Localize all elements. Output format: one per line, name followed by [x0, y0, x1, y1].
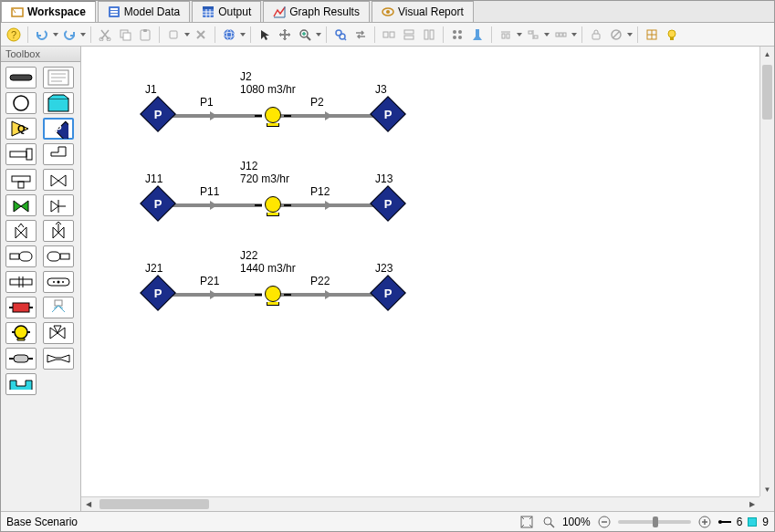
pipe[interactable] — [165, 203, 262, 207]
help-icon[interactable]: ? — [5, 26, 23, 44]
svg-rect-78 — [19, 252, 32, 261]
delete-dropdown[interactable] — [184, 26, 190, 44]
zoom-slider[interactable] — [618, 520, 691, 524]
tab-graph-results[interactable]: Graph Results — [263, 1, 370, 22]
highlight-icon[interactable] — [468, 26, 487, 44]
tool-weir[interactable] — [5, 373, 37, 395]
tool-dead-end[interactable] — [5, 143, 37, 165]
tool-orifice[interactable] — [5, 271, 37, 293]
cut-icon[interactable] — [96, 26, 114, 44]
tool-heat-exchanger[interactable] — [5, 297, 37, 318]
redo-icon[interactable] — [60, 26, 79, 44]
tool-assigned-flow[interactable]: Q — [5, 118, 37, 140]
pipe-label: P22 — [310, 275, 330, 287]
tool-elbow[interactable] — [43, 143, 74, 165]
delete-icon[interactable] — [164, 26, 183, 44]
copy-icon[interactable] — [116, 26, 134, 44]
pump-junction[interactable] — [260, 286, 286, 304]
forbidden-dropdown[interactable] — [627, 26, 633, 44]
tool-pipe[interactable] — [5, 67, 37, 89]
align1-dropdown[interactable] — [517, 26, 522, 44]
tool-3way-valve[interactable] — [43, 322, 74, 344]
pump-junction[interactable] — [260, 107, 286, 125]
scroll-down-icon[interactable]: ▼ — [760, 482, 774, 496]
reverse-icon[interactable] — [351, 26, 370, 44]
fit-icon[interactable] — [518, 514, 535, 530]
tool-check-valve[interactable] — [43, 194, 74, 216]
tool-annotation[interactable] — [43, 67, 74, 89]
junction-label: J11 — [145, 172, 162, 185]
align2-icon[interactable] — [524, 26, 542, 44]
find-icon[interactable] — [331, 26, 350, 44]
tab-visual-report[interactable]: Visual Report — [372, 1, 474, 22]
tool-venturi[interactable] — [43, 348, 74, 370]
tool-reservoir[interactable] — [43, 92, 74, 114]
svg-rect-21 — [170, 31, 177, 38]
lock-icon[interactable] — [587, 26, 605, 44]
pan-icon[interactable] — [276, 26, 294, 44]
assigned-pressure-junction[interactable]: P — [145, 191, 171, 216]
grid-icon[interactable] — [643, 26, 661, 44]
assigned-pressure-junction[interactable]: P — [375, 101, 401, 127]
pipe[interactable] — [165, 293, 262, 297]
tool-tee[interactable] — [5, 169, 37, 191]
scroll-left-icon[interactable]: ◀ — [81, 497, 96, 511]
pipe[interactable] — [280, 114, 377, 118]
pointer-icon[interactable] — [256, 26, 274, 44]
scroll-up-icon[interactable]: ▲ — [760, 47, 774, 61]
tool-valve-open[interactable] — [5, 194, 37, 216]
undo-dropdown[interactable] — [53, 26, 58, 44]
workspace-canvas[interactable]: P1P2PJ1J21080 m3/hrPJ3P11P12PJ11J12720 m… — [81, 47, 759, 496]
zoom-slider-knob[interactable] — [653, 516, 658, 527]
align2-dropdown[interactable] — [544, 26, 550, 44]
assigned-pressure-junction[interactable]: P — [375, 280, 401, 306]
tool-area-change-big[interactable] — [43, 245, 74, 267]
assigned-pressure-junction[interactable]: P — [145, 280, 171, 306]
tool-assigned-pressure[interactable]: P — [43, 118, 74, 140]
tool-area-change-small[interactable] — [5, 245, 37, 267]
pump-junction[interactable] — [260, 196, 286, 214]
distribute-icon[interactable] — [551, 26, 570, 44]
zoom-in-icon[interactable] — [696, 514, 713, 530]
tool-pump[interactable] — [5, 322, 37, 344]
bulb-icon[interactable] — [663, 26, 681, 44]
vertical-scrollbar[interactable]: ▲ ▼ — [759, 47, 774, 496]
scroll-v-thumb[interactable] — [762, 65, 772, 120]
close-icon[interactable] — [192, 26, 210, 44]
tool-general[interactable] — [5, 348, 37, 370]
assigned-pressure-junction[interactable]: P — [375, 191, 401, 216]
redo-dropdown[interactable] — [80, 26, 86, 44]
zoom-icon[interactable] — [296, 26, 314, 44]
pipe[interactable] — [280, 203, 377, 207]
svg-rect-18 — [123, 33, 131, 40]
junction-menu-icon[interactable] — [448, 26, 466, 44]
horizontal-scrollbar[interactable]: ◀ ▶ — [81, 496, 759, 511]
scroll-right-icon[interactable]: ▶ — [745, 497, 759, 511]
group3-icon[interactable] — [420, 26, 438, 44]
globe-dropdown[interactable] — [240, 26, 246, 44]
zoom-dropdown[interactable] — [316, 26, 321, 44]
tab-workspace[interactable]: Workspace — [1, 1, 96, 22]
tool-control-valve[interactable] — [5, 220, 37, 242]
paste-icon[interactable] — [136, 26, 154, 44]
forbidden-icon[interactable] — [607, 26, 625, 44]
zoom-status-icon[interactable] — [540, 514, 557, 530]
align1-icon[interactable] — [497, 26, 515, 44]
tab-model-data[interactable]: Model Data — [98, 1, 190, 22]
tab-output[interactable]: Output — [192, 1, 261, 22]
pipe[interactable] — [280, 293, 377, 297]
globe-icon[interactable] — [220, 26, 238, 44]
group2-icon[interactable] — [400, 26, 418, 44]
tool-branch[interactable] — [5, 92, 37, 114]
tool-relief-valve[interactable] — [43, 220, 74, 242]
tool-valve-closed[interactable] — [43, 169, 74, 191]
group1-icon[interactable] — [380, 26, 398, 44]
tool-spray[interactable] — [43, 297, 74, 318]
pipe[interactable] — [165, 114, 262, 118]
distribute-dropdown[interactable] — [571, 26, 577, 44]
assigned-pressure-junction[interactable]: P — [145, 101, 171, 127]
tool-screen[interactable] — [43, 271, 74, 293]
zoom-out-icon[interactable] — [596, 514, 613, 530]
scroll-h-thumb[interactable] — [99, 499, 209, 509]
undo-icon[interactable] — [33, 26, 51, 44]
